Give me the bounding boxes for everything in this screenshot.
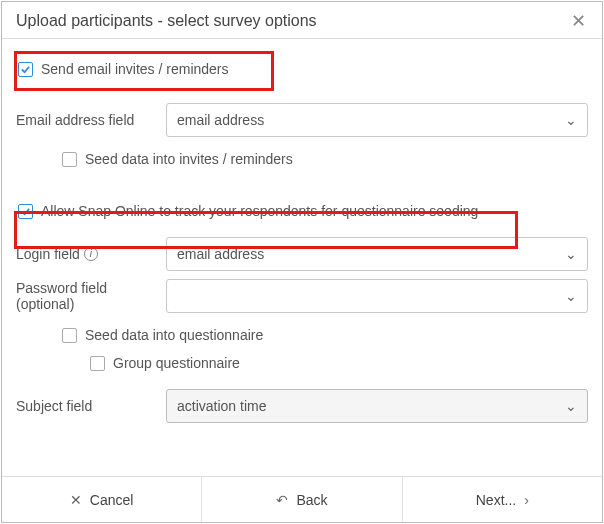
content: Send email invites / reminders Email add… [2,39,602,476]
titlebar: Upload participants - select survey opti… [2,2,602,39]
login-field-value: email address [177,246,264,262]
password-field-row: Password field (optional) ⌄ [16,279,588,313]
next-label: Next... [476,492,516,508]
check-icon [20,64,31,75]
chevron-down-icon: ⌄ [565,112,577,128]
chevron-right-icon: › [524,492,529,508]
subject-field-label: Subject field [16,398,166,414]
back-label: Back [296,492,327,508]
email-field-row: Email address field email address ⌄ [16,103,588,137]
seed-invites-checkbox[interactable] [62,152,77,167]
seed-questionnaire-checkbox[interactable] [62,328,77,343]
subject-field-value: activation time [177,398,266,414]
dialog-title: Upload participants - select survey opti… [16,12,317,30]
tracking-checkbox[interactable] [18,204,33,219]
seed-invites-label: Seed data into invites / reminders [85,151,293,167]
cancel-button[interactable]: ✕ Cancel [2,477,202,522]
send-invites-row[interactable]: Send email invites / reminders [16,55,588,83]
email-field-label: Email address field [16,112,166,128]
subject-field-select[interactable]: activation time ⌄ [166,389,588,423]
cancel-label: Cancel [90,492,134,508]
password-field-select[interactable]: ⌄ [166,279,588,313]
login-field-label: Login field i [16,246,166,262]
info-icon[interactable]: i [84,247,98,261]
email-field-select[interactable]: email address ⌄ [166,103,588,137]
tracking-row[interactable]: Allow Snap Online to track your responde… [16,197,588,225]
buttonbar: ✕ Cancel ↶ Back Next... › [2,476,602,522]
chevron-down-icon: ⌄ [565,246,577,262]
subject-field-row: Subject field activation time ⌄ [16,389,588,423]
group-questionnaire-row[interactable]: Group questionnaire [88,349,588,377]
group-questionnaire-checkbox[interactable] [90,356,105,371]
close-button[interactable]: ✕ [567,12,590,30]
back-button[interactable]: ↶ Back [202,477,402,522]
next-button[interactable]: Next... › [403,477,602,522]
send-invites-label: Send email invites / reminders [41,61,229,77]
check-icon [20,206,31,217]
seed-questionnaire-row[interactable]: Seed data into questionnaire [60,321,588,349]
password-field-label: Password field (optional) [16,280,166,312]
close-icon: ✕ [571,11,586,31]
group-questionnaire-label: Group questionnaire [113,355,240,371]
chevron-down-icon: ⌄ [565,398,577,414]
seed-questionnaire-label: Seed data into questionnaire [85,327,263,343]
login-field-select[interactable]: email address ⌄ [166,237,588,271]
tracking-label: Allow Snap Online to track your responde… [41,203,478,219]
back-icon: ↶ [276,492,288,508]
login-field-row: Login field i email address ⌄ [16,237,588,271]
cancel-icon: ✕ [70,492,82,508]
send-invites-checkbox[interactable] [18,62,33,77]
email-field-value: email address [177,112,264,128]
seed-invites-row[interactable]: Seed data into invites / reminders [60,145,588,173]
chevron-down-icon: ⌄ [565,288,577,304]
dialog: Upload participants - select survey opti… [1,1,603,523]
